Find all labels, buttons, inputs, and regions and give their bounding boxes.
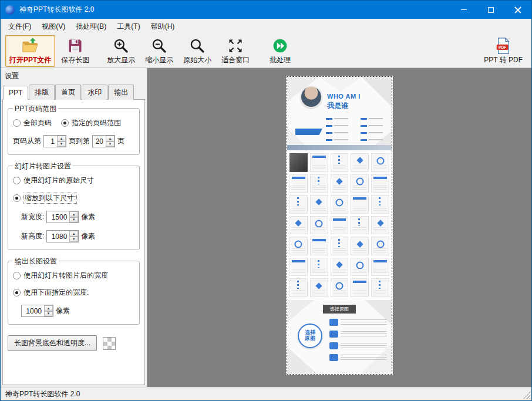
long-image-preview[interactable]: WHO AM I 我是谁 选择原图 选择原 (287, 76, 392, 375)
spin-up-icon[interactable]: ▲ (69, 211, 78, 217)
slide-thumbnail (331, 278, 349, 297)
new-width-spinner[interactable]: 1500 ▲ ▼ (46, 211, 79, 223)
zoom-in-button[interactable]: 放大显示 (103, 35, 139, 67)
radio-all-pages[interactable]: 全部页码 (13, 118, 52, 128)
slide-thumbnail (331, 153, 349, 172)
name-ribbon (295, 129, 322, 135)
slide-thumbnail (289, 258, 308, 277)
hero-info-item (361, 138, 390, 143)
spin-up-icon[interactable]: ▲ (44, 305, 53, 311)
output-width-value[interactable]: 1000 (22, 305, 44, 316)
app-window: 神奇PPT转长图软件 2.0 文件(F) 视图(V) 批处理(B) 工具(T) … (0, 0, 532, 401)
page-to-label: 页到第 (69, 136, 90, 146)
slide-thumbnail (351, 216, 369, 235)
titlebar: 神奇PPT转长图软件 2.0 (1, 1, 531, 19)
slide-thumbnail (351, 153, 369, 172)
slide-thumbnail (289, 237, 308, 255)
select-original-circle: 选择原图 (298, 324, 322, 348)
hero-info-item (326, 117, 356, 122)
background-color-button[interactable]: 长图背景底色和透明度... (8, 335, 97, 351)
slide-thumbnail (371, 237, 389, 255)
floppy-save-icon (66, 37, 84, 55)
batch-process-button[interactable]: 批处理 (263, 35, 297, 67)
page-from-spinner[interactable]: 1 ▲ ▼ (43, 135, 66, 147)
hero-info-item (326, 138, 356, 143)
output-width-spinner[interactable]: 1000 ▲ ▼ (21, 305, 53, 317)
svg-text:PDF: PDF (499, 45, 506, 49)
spin-down-icon[interactable]: ▼ (69, 217, 78, 223)
radio-use-converted-width[interactable]: 使用幻灯片转图片后的宽度 (13, 271, 108, 281)
resize-grip[interactable] (523, 392, 530, 399)
slide-thumbnails (287, 150, 392, 300)
slide-thumbnail (371, 216, 389, 235)
tab-watermark[interactable]: 水印 (82, 85, 107, 100)
maximize-icon (488, 7, 494, 13)
radio-scale-to-size-circle (13, 194, 21, 202)
close-button[interactable] (504, 1, 531, 19)
new-width-value[interactable]: 1500 (47, 211, 69, 223)
bottom-items (329, 319, 387, 362)
slide-thumbnail (371, 258, 389, 277)
open-ppt-button[interactable]: 打开PPT文件 (5, 35, 55, 67)
menu-help[interactable]: 帮助(H) (146, 19, 180, 34)
save-long-image-label: 保存长图 (61, 55, 89, 65)
new-height-spinner[interactable]: 1080 ▲ ▼ (46, 230, 79, 242)
radio-original-slide-size-circle (13, 177, 21, 184)
slide-thumbnail (310, 258, 328, 277)
tab-ppt[interactable]: PPT (3, 86, 28, 100)
menu-tools[interactable]: 工具(T) (112, 19, 145, 34)
open-folder-icon (22, 37, 39, 55)
statusbar: 神奇PPT转长图软件 2.0 (1, 387, 531, 400)
menu-view[interactable]: 视图(V) (36, 19, 70, 34)
hero-title: WHO AM I (327, 93, 361, 100)
page-to-value[interactable]: 20 (93, 136, 106, 147)
item-chip (329, 331, 338, 338)
fit-window-button[interactable]: 适合窗口 (217, 35, 254, 67)
ppt-to-pdf-button[interactable]: PDF PPT 转 PDF (480, 35, 527, 67)
radio-specified-range[interactable]: 指定的页码范围 (61, 118, 121, 128)
page-suffix-label: 页 (117, 136, 124, 146)
spin-down-icon[interactable]: ▼ (57, 141, 66, 147)
maximize-button[interactable] (477, 1, 504, 19)
zoom-in-icon (112, 37, 130, 55)
slide-thumbnail (331, 237, 349, 255)
minimize-button[interactable] (450, 1, 477, 19)
new-width-label: 新宽度: (21, 212, 44, 222)
hero-bottom-strip (287, 145, 392, 150)
group-page-range: PPT页码范围 全部页码 指定的页码范围 页码从第 (8, 108, 140, 155)
ppt-to-pdf-label: PPT 转 PDF (484, 55, 523, 65)
output-width-px-label: 像素 (56, 306, 70, 316)
spin-down-icon[interactable]: ▼ (44, 311, 53, 317)
new-height-value[interactable]: 1080 (47, 231, 69, 242)
spin-up-icon[interactable]: ▲ (106, 136, 115, 141)
item-text-lines (341, 319, 387, 326)
item-chip (329, 354, 338, 361)
tab-layout[interactable]: 排版 (29, 85, 55, 100)
item-chip (329, 319, 338, 326)
zoom-out-button[interactable]: 缩小显示 (141, 35, 177, 67)
spin-down-icon[interactable]: ▼ (69, 237, 78, 242)
group-slide-image: 幻灯片转图片设置 使用幻灯片的原始尺寸 缩放到以下尺寸: (8, 166, 140, 250)
radio-use-specified-width[interactable]: 使用下面指定的宽度: (13, 288, 89, 298)
page-from-value[interactable]: 1 (44, 136, 57, 147)
radio-original-slide-size[interactable]: 使用幻灯片的原始尺寸 (13, 176, 94, 186)
menu-batch[interactable]: 批处理(B) (70, 19, 112, 34)
group-output-image: 输出长图设置 使用幻灯片转图片后的宽度 使用下面指定的宽度: (8, 261, 140, 325)
tab-output[interactable]: 输出 (108, 85, 134, 100)
radio-specified-range-label: 指定的页码范围 (72, 118, 121, 128)
group-output-image-title: 输出长图设置 (13, 257, 59, 267)
status-text: 神奇PPT转长图软件 2.0 (5, 389, 80, 399)
spin-up-icon[interactable]: ▲ (57, 136, 66, 141)
page-to-spinner[interactable]: 20 ▲ ▼ (92, 135, 115, 147)
slide-thumbnail (351, 174, 369, 193)
close-icon (514, 6, 521, 14)
save-long-image-button[interactable]: 保存长图 (57, 35, 93, 67)
menu-file[interactable]: 文件(F) (3, 19, 36, 34)
radio-scale-to-size[interactable]: 缩放到以下尺寸: (13, 193, 77, 204)
original-size-button[interactable]: 原始大小 (179, 35, 216, 67)
preview-canvas[interactable]: WHO AM I 我是谁 选择原图 选择原 (147, 68, 531, 387)
tab-homepage[interactable]: 首页 (55, 85, 81, 100)
spin-up-icon[interactable]: ▲ (69, 231, 78, 237)
spin-down-icon[interactable]: ▼ (106, 141, 115, 147)
slide-thumbnail (351, 237, 369, 255)
